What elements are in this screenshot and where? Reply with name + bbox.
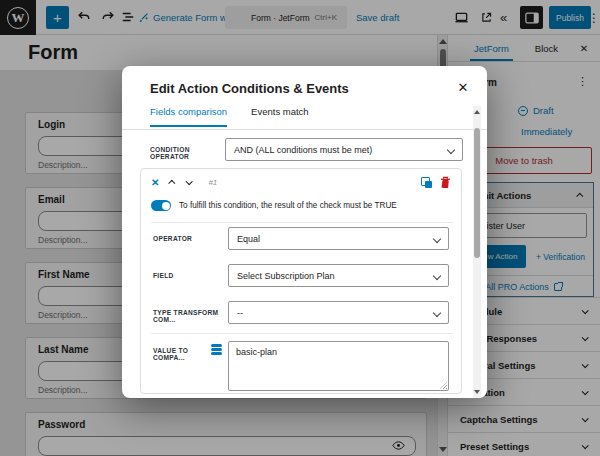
tabs-divider [122,129,487,130]
edit-action-conditions-modal: Edit Action Conditions & Events ✕ Fields… [122,66,487,398]
divider [151,222,453,223]
toggle-label: To fulfill this condition, the result of… [179,201,397,210]
divider [151,333,453,334]
condition-operator-select[interactable]: AND (ALL conditions must be met) [225,138,463,161]
condition-result-toggle[interactable] [151,200,171,211]
field-value: Select Subscription Plan [237,271,335,281]
scroll-up-arrow[interactable] [474,110,480,114]
remove-condition-button[interactable]: ✕ [151,177,159,188]
modal-title: Edit Action Conditions & Events [150,81,349,96]
type-transform-label: TYPE TRANSFORM COM... [153,309,225,323]
operator-value: Equal [237,234,260,244]
move-down-button[interactable] [186,178,193,185]
scroll-down-arrow[interactable] [474,390,480,394]
delete-condition-icon[interactable] [440,176,451,189]
condition-index: #1 [208,178,217,187]
app-window: W + Generate Form with AI Form · JetForm… [0,0,600,456]
condition-operator-value: AND (ALL conditions must be met) [234,145,372,155]
modal-scrollbar[interactable] [473,106,481,398]
field-label: FIELD [153,272,225,279]
type-transform-select[interactable]: -- [228,301,449,324]
condition-operator-label: CONDITION OPERATOR [150,146,222,160]
value-to-compare-textarea[interactable]: basic-plan [228,341,449,391]
duplicate-condition-icon[interactable] [421,177,432,188]
modal-tabs: Fields comparison Events match [150,106,309,127]
value-to-compare-label: VALUE TO COMPA... [153,347,209,361]
macros-database-icon[interactable] [211,344,222,356]
move-up-button[interactable] [169,180,176,187]
operator-select[interactable]: Equal [228,227,449,250]
condition-card-header: ✕ #1 [151,177,217,188]
tab-events-match[interactable]: Events match [251,106,309,127]
type-transform-value: -- [237,308,243,318]
operator-label: OPERATOR [153,235,225,242]
close-icon: ✕ [458,80,469,95]
field-select[interactable]: Select Subscription Plan [228,264,449,287]
modal-close-button[interactable]: ✕ [455,79,471,95]
tab-fields-comparison[interactable]: Fields comparison [150,106,227,127]
modal-scrollbar-thumb[interactable] [474,128,480,258]
condition-card: ✕ #1 To fulfill this condition, the resu… [140,168,462,394]
